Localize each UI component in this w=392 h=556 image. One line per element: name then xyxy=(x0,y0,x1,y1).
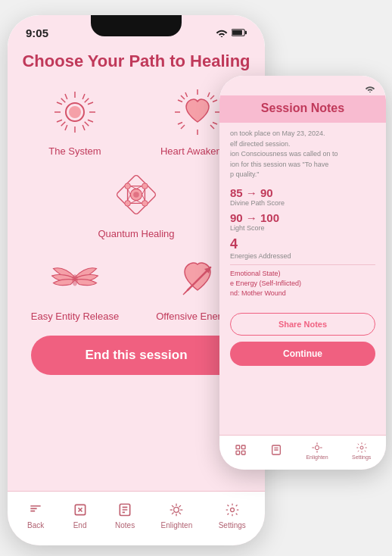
svg-line-17 xyxy=(57,102,62,105)
energies-block: 4 Energies Addressed xyxy=(230,236,375,260)
svg-line-25 xyxy=(181,95,185,99)
session-notes-title: Session Notes xyxy=(261,102,344,114)
session-notes-content: on took place on May 23, 2024. elf direc… xyxy=(219,123,386,305)
svg-point-4 xyxy=(69,106,81,118)
healing-item-the-system[interactable]: The System xyxy=(20,83,130,157)
svg-line-12 xyxy=(61,122,66,127)
nav-end-label: End xyxy=(73,521,87,529)
energies-value: 4 xyxy=(230,236,375,252)
svg-rect-76 xyxy=(241,451,245,454)
session-notes-header: Session Notes xyxy=(219,95,386,123)
svg-line-11 xyxy=(85,98,89,103)
easy-entity-icon xyxy=(46,248,104,306)
svg-rect-74 xyxy=(241,445,245,449)
nav-item-enlighten[interactable]: Enlighten xyxy=(161,501,193,529)
notes-action-buttons: Share Notes Continue xyxy=(219,305,386,373)
divine-path-score-value: 85 → 90 xyxy=(230,186,375,199)
notes-text: on took place on May 23, 2024. elf direc… xyxy=(230,129,375,180)
svg-line-55 xyxy=(185,290,188,293)
enlighten-icon xyxy=(167,501,185,519)
second-nav-enlighten-icon xyxy=(311,442,323,454)
second-nav-item-1[interactable] xyxy=(270,444,282,457)
svg-line-27 xyxy=(210,95,214,99)
offensive-energies-icon xyxy=(169,248,226,306)
nav-item-settings[interactable]: Settings xyxy=(219,501,246,529)
nav-item-notes[interactable]: Notes xyxy=(115,501,135,529)
svg-line-71 xyxy=(172,512,173,514)
svg-point-40 xyxy=(142,183,148,189)
second-nav-settings-icon xyxy=(356,442,368,454)
end-icon xyxy=(71,501,89,519)
healing-grid-top: The System xyxy=(20,83,253,157)
svg-line-31 xyxy=(178,100,182,102)
svg-line-34 xyxy=(213,123,217,125)
second-status-bar xyxy=(219,76,386,95)
svg-point-38 xyxy=(133,192,139,198)
svg-line-68 xyxy=(172,505,173,507)
svg-line-10 xyxy=(85,122,89,127)
svg-point-85 xyxy=(360,446,363,449)
second-nav-item-0[interactable] xyxy=(235,444,247,457)
divine-path-score-label: Divine Path Score xyxy=(230,199,375,207)
svg-line-15 xyxy=(65,125,67,130)
wifi-icon xyxy=(216,28,228,37)
bottom-nav: Back End xyxy=(8,491,265,545)
svg-line-13 xyxy=(65,94,67,99)
settings-icon xyxy=(223,501,241,519)
page-title: Choose Your Path to Healing xyxy=(22,52,250,71)
svg-line-28 xyxy=(181,125,185,129)
continue-button[interactable]: Continue xyxy=(230,342,375,366)
light-score-value: 90 → 100 xyxy=(230,211,375,224)
healing-item-easy-entity[interactable]: Easy Entity Release xyxy=(20,248,130,322)
svg-line-26 xyxy=(210,125,214,129)
svg-point-41 xyxy=(125,201,131,207)
easy-entity-label: Easy Entity Release xyxy=(31,311,119,322)
svg-line-70 xyxy=(179,505,181,507)
healing-grid-bottom: Easy Entity Release xyxy=(20,248,253,322)
divider xyxy=(230,264,375,265)
svg-rect-1 xyxy=(232,30,242,35)
quantum-healing-label: Quantum Healing xyxy=(98,228,174,239)
svg-line-20 xyxy=(88,120,93,123)
second-nav-item-settings[interactable]: Settings xyxy=(352,442,371,460)
divine-path-score-block: 85 → 90 Divine Path Score xyxy=(230,186,375,207)
the-system-label: The System xyxy=(48,145,101,157)
energy-tag-0: Emotional State) xyxy=(230,270,375,277)
status-time: 9:05 xyxy=(26,27,48,39)
svg-point-72 xyxy=(230,508,234,511)
session-notes-phone: Session Notes on took place on May 23, 2… xyxy=(219,76,386,470)
svg-line-19 xyxy=(88,102,93,105)
svg-line-32 xyxy=(178,123,182,125)
notes-icon xyxy=(116,501,134,519)
nav-item-back[interactable]: Back xyxy=(26,501,45,529)
energy-tag-1: e Energy (Self-Inflicted) xyxy=(230,280,375,287)
share-notes-button[interactable]: Share Notes xyxy=(230,313,375,336)
svg-line-9 xyxy=(61,98,66,103)
svg-rect-75 xyxy=(236,451,240,454)
nav-enlighten-label: Enlighten xyxy=(161,521,193,529)
second-nav-label-settings: Settings xyxy=(352,454,371,460)
nav-back-label: Back xyxy=(27,521,44,529)
back-icon xyxy=(26,501,45,519)
nav-settings-label: Settings xyxy=(219,521,246,529)
notch xyxy=(91,15,182,36)
svg-point-42 xyxy=(142,201,148,207)
light-score-block: 90 → 100 Light Score xyxy=(230,211,375,232)
svg-line-69 xyxy=(179,512,181,514)
second-nav-item-enlighten[interactable]: Enlighten xyxy=(306,442,328,460)
light-score-label: Light Score xyxy=(230,224,375,232)
battery-icon xyxy=(232,28,247,37)
status-icons xyxy=(216,28,247,37)
svg-line-33 xyxy=(213,100,217,102)
nav-item-end[interactable]: End xyxy=(71,501,89,529)
nav-notes-label: Notes xyxy=(115,521,135,529)
svg-rect-2 xyxy=(245,31,247,34)
energy-tag-2: nd: Mother Wound xyxy=(230,289,375,297)
second-nav-icon-1 xyxy=(270,444,282,456)
svg-line-29 xyxy=(185,92,188,97)
svg-point-80 xyxy=(315,445,319,449)
energies-label: Energies Addressed xyxy=(230,252,375,260)
healing-item-quantum[interactable]: Quantum Healing xyxy=(98,166,174,239)
end-session-button[interactable]: End this session xyxy=(31,336,241,375)
svg-rect-73 xyxy=(236,445,240,449)
